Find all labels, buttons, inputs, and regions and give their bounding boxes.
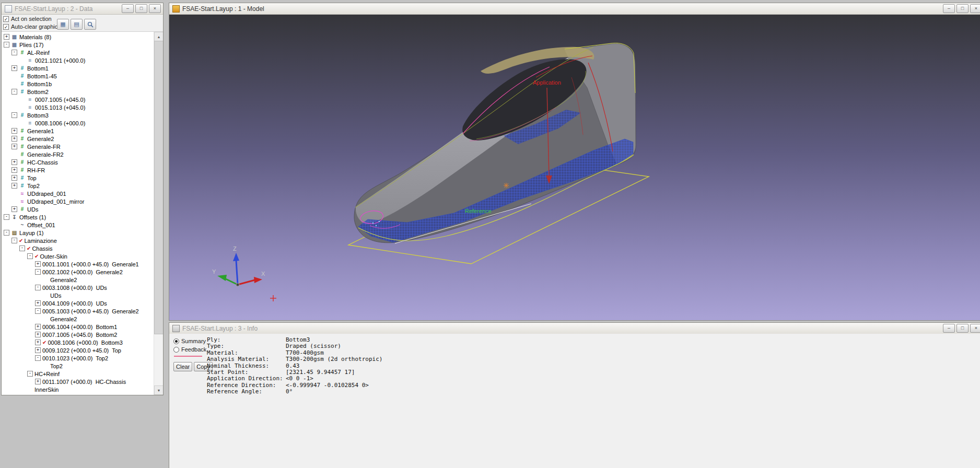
tree-item[interactable]: +#Top [2, 174, 154, 182]
tree-item[interactable]: ≡0008.1006 (+000.0) [2, 119, 154, 127]
table-button[interactable]: ▦ [57, 19, 69, 30]
expand-box[interactable]: + [35, 324, 41, 330]
3d-viewport[interactable]: Application Reference Z X Y [169, 15, 980, 320]
tree-item[interactable]: +#UDs [2, 205, 154, 213]
tree-item[interactable]: +#HC-Chassis [2, 158, 154, 166]
tree-item[interactable]: #Bottom1b [2, 80, 154, 88]
tree-item[interactable]: ≈UDdraped_001_mirror [2, 197, 154, 205]
tree-item[interactable]: Generale2 [2, 315, 154, 323]
tree-item[interactable]: +0004.1009 (+000.0) UDs [2, 299, 154, 307]
collapse-box[interactable]: - [4, 42, 9, 48]
radio-summary[interactable]: Summary [173, 338, 210, 344]
tree-item[interactable]: -▦Plies (17) [2, 41, 154, 49]
tree-item[interactable]: +#Bottom1 [2, 64, 154, 72]
tree-item[interactable]: +0011.1007 (+000.0) HC-Chassis [2, 378, 154, 385]
tree-item[interactable]: #Generale-FR2 [2, 150, 154, 158]
tree-item[interactable]: +0006.1004 (+000.0) Bottom1 [2, 323, 154, 331]
maximize-button[interactable]: □ [956, 324, 969, 333]
tree-scrollbar[interactable]: ▲ ▼ [154, 32, 163, 395]
tree-item[interactable]: +0009.1022 (+000.0 +45.0) Top [2, 346, 154, 354]
expand-box[interactable]: + [35, 379, 41, 384]
collapse-box[interactable]: - [11, 89, 17, 95]
maximize-button[interactable]: □ [956, 4, 969, 13]
tree-item[interactable]: -#Bottom2 [2, 88, 154, 96]
tree-item[interactable]: +0007.1005 (+045.0) Bottom2 [2, 331, 154, 338]
minimize-button[interactable]: – [943, 324, 955, 333]
tree-item[interactable]: -0010.1023 (+000.0) Top2 [2, 354, 154, 362]
tree-item[interactable]: -↧Offsets (1) [2, 213, 154, 221]
radio-feedback[interactable]: Feedback [173, 346, 210, 353]
clear-button[interactable]: Clear [173, 362, 192, 371]
collapse-box[interactable]: - [35, 285, 41, 290]
search-button[interactable] [84, 19, 96, 30]
collapse-box[interactable]: - [11, 50, 17, 55]
tree-item[interactable]: -0005.1003 (+000.0 +45.0) Generale2 [2, 307, 154, 315]
tree-item[interactable]: +#Generale1 [2, 127, 154, 135]
tree-item[interactable]: UDs [2, 291, 154, 299]
collapse-box[interactable]: - [35, 355, 41, 361]
tree-item[interactable]: -#Bottom3 [2, 111, 154, 119]
expand-box[interactable]: + [11, 65, 17, 71]
checkbox-icon[interactable]: ✓ [3, 24, 9, 30]
expand-box[interactable]: + [11, 167, 17, 173]
close-button[interactable]: × [970, 4, 980, 13]
maximize-button[interactable]: □ [135, 4, 147, 13]
tree-item[interactable]: +#Generale-FR [2, 143, 154, 150]
form-button[interactable]: ▤ [71, 19, 83, 30]
scroll-up-button[interactable]: ▲ [154, 32, 163, 41]
tree-item[interactable]: Top2 [2, 362, 154, 370]
collapse-box[interactable]: - [35, 269, 41, 275]
collapse-box[interactable]: - [27, 371, 33, 377]
expand-box[interactable]: + [11, 183, 17, 189]
collapse-box[interactable]: - [4, 230, 9, 236]
minimize-button[interactable]: – [122, 4, 134, 13]
collapse-box[interactable]: - [19, 245, 25, 251]
minimize-button[interactable]: – [943, 4, 955, 13]
tree-item[interactable]: ~Offset_001 [2, 221, 154, 229]
tree-item[interactable]: #Bottom1-45 [2, 72, 154, 80]
expand-box[interactable]: + [11, 159, 17, 165]
tree-item[interactable]: -HC+Reinf [2, 370, 154, 378]
radio-icon[interactable] [173, 338, 179, 344]
expand-box[interactable]: + [35, 332, 41, 337]
tree-item[interactable]: InnerSkin [2, 385, 154, 393]
tree-item[interactable]: +0001.1001 (+000.0 +45.0) Generale1 [2, 260, 154, 268]
expand-box[interactable]: + [11, 206, 17, 212]
close-button[interactable]: × [149, 4, 161, 13]
tree-item[interactable]: -✔Laminazione [2, 237, 154, 244]
tree-item[interactable]: +#RH-FR [2, 166, 154, 174]
tree-item[interactable]: ≡0021.1021 (+000.0) [2, 56, 154, 64]
tree-item[interactable]: ≡0015.1013 (+045.0) [2, 103, 154, 111]
data-window-titlebar[interactable]: FSAE-Start.Layup : 2 - Data – □ × [2, 3, 163, 15]
expand-box[interactable]: + [4, 34, 9, 40]
model-window-titlebar[interactable]: FSAE-Start.Layup : 1 - Model – □ × [169, 3, 980, 15]
tree-item[interactable]: -0003.1008 (+000.0) UDs [2, 284, 154, 291]
scrollbar-thumb[interactable] [154, 41, 163, 334]
expand-box[interactable]: + [11, 128, 17, 134]
close-button[interactable]: × [970, 324, 980, 333]
checkbox-icon[interactable]: ✓ [3, 16, 9, 22]
collapse-box[interactable]: - [11, 112, 17, 118]
tree-item[interactable]: -0002.1002 (+000.0) Generale2 [2, 268, 154, 276]
tree-item[interactable]: -✔Chassis [2, 244, 154, 252]
info-window-titlebar[interactable]: FSAE-Start.Layup : 3 - Info – □ × [169, 323, 980, 334]
collapse-box[interactable]: - [4, 214, 9, 220]
collapse-box[interactable]: - [27, 253, 33, 259]
expand-box[interactable]: + [35, 340, 41, 345]
tree-item[interactable]: -#AL-Reinf [2, 49, 154, 56]
collapse-box[interactable]: - [11, 238, 17, 243]
tree-item[interactable]: +▦Materials (8) [2, 33, 154, 41]
expand-box[interactable]: + [11, 175, 17, 181]
tree-item[interactable]: +#Generale2 [2, 135, 154, 143]
tree-item[interactable]: ≡0007.1005 (+045.0) [2, 96, 154, 103]
tree-item[interactable]: ≈UDdraped_001 [2, 190, 154, 197]
tree-item[interactable]: -▤Layup (1) [2, 229, 154, 237]
expand-box[interactable]: + [35, 300, 41, 306]
expand-box[interactable]: + [35, 347, 41, 353]
radio-icon[interactable] [173, 347, 179, 353]
scroll-down-button[interactable]: ▼ [154, 385, 163, 395]
collapse-box[interactable]: - [35, 308, 41, 314]
tree-item[interactable]: Generale2 [2, 276, 154, 284]
expand-box[interactable]: + [11, 136, 17, 142]
expand-box[interactable]: + [11, 144, 17, 149]
